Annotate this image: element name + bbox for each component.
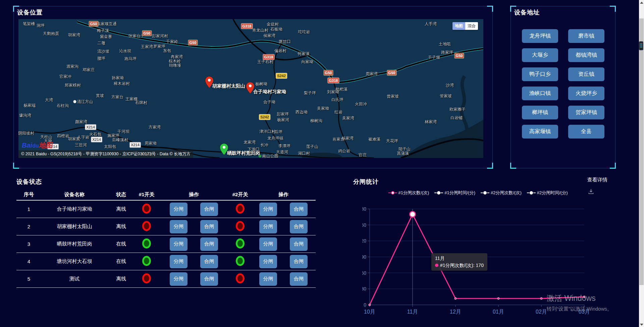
baidu-logo-word: 地图	[39, 142, 52, 149]
map-label: 天花坪	[386, 138, 398, 144]
legend-label: #2分闸次数/(次)	[491, 190, 522, 196]
svg-text:150: 150	[362, 222, 366, 228]
map-label: 白岩铺	[450, 115, 463, 121]
page-scrollbar[interactable]	[639, 0, 644, 327]
map-label: 王家湾	[141, 44, 153, 50]
table-cell: 在线	[108, 241, 135, 247]
open-breaker-button[interactable]: 分闸	[259, 272, 277, 286]
scrollbar-thumb[interactable]	[639, 18, 644, 285]
switch-indicator-cell	[229, 238, 251, 250]
table-cell: 测试	[41, 276, 108, 282]
baidu-paw-icon: du	[32, 143, 39, 149]
map-label: 后坪	[274, 129, 282, 135]
road-badge-s242: S242	[276, 73, 287, 79]
watermark-line1: 激活 Windows	[547, 293, 612, 304]
address-button-贺家坪镇[interactable]: 贺家坪镇	[568, 106, 604, 119]
switch-status-light-green	[236, 238, 245, 249]
address-button-都镇湾镇[interactable]: 都镇湾镇	[568, 48, 604, 62]
operation-cell: 分闸合闸	[251, 255, 316, 268]
open-breaker-button[interactable]: 分闸	[170, 237, 187, 251]
address-button-大堰乡[interactable]: 大堰乡	[522, 48, 558, 62]
map-label: 李潭坪	[278, 143, 290, 149]
close-breaker-button[interactable]: 合闸	[290, 203, 308, 216]
legend-item[interactable]: #2分闸时间/(分)	[527, 190, 568, 196]
close-breaker-button[interactable]: 合闸	[200, 220, 218, 233]
tooltip-value: #1分闸次数/(次): 170	[440, 263, 484, 268]
open-breaker-button[interactable]: 分闸	[259, 237, 277, 251]
table-cell: 塘坊河村大石坝	[41, 258, 108, 265]
table-row: 4塘坊河村大石坝在线分闸合闸分闸合闸	[16, 253, 316, 270]
map-type-map-button[interactable]: 地图	[452, 22, 465, 30]
switch-status-light-green	[142, 238, 151, 249]
address-button-榔坪镇[interactable]: 榔坪镇	[522, 106, 558, 119]
close-breaker-button[interactable]: 合闸	[200, 203, 218, 216]
map-label: 合子坳	[263, 99, 275, 105]
road-badge-x214: X214	[129, 142, 141, 148]
address-button-磨市镇[interactable]: 磨市镇	[568, 29, 604, 43]
close-breaker-button[interactable]: 合闸	[290, 255, 308, 268]
scrollbar-up-arrow[interactable]	[640, 2, 643, 4]
table-row: 2胡家棚村太阳山离线分闸合闸分闸合闸	[16, 218, 316, 235]
open-breaker-button[interactable]: 分闸	[170, 272, 187, 286]
map-label: 沙湾	[446, 83, 454, 88]
close-breaker-button[interactable]: 合闸	[200, 255, 218, 268]
download-image-icon[interactable]	[588, 188, 594, 195]
device-status-table: 序号设备名称状态#1开关操作#2开关操作1合子坳村习家坳离线分闸合闸分闸合闸2胡…	[16, 189, 316, 288]
map-label: 彭家河村	[152, 33, 168, 39]
svg-text:10月: 10月	[364, 309, 375, 315]
switch-indicator-cell	[135, 221, 159, 232]
table-cell: 2	[16, 224, 41, 229]
open-breaker-button[interactable]: 分闸	[259, 203, 277, 216]
operation-cell: 分闸合闸	[251, 203, 316, 216]
legend-item[interactable]: #1分闸次数/(次)	[388, 190, 429, 196]
legend-marker-icon	[527, 191, 536, 195]
table-cell: 离线	[108, 223, 135, 230]
address-button-资丘镇[interactable]: 资丘镇	[568, 67, 604, 81]
view-details-link[interactable]: 查看详情	[587, 177, 607, 183]
map-label: 贯坡	[96, 93, 104, 99]
map-label: 咕噜垭	[169, 63, 181, 68]
device-pin-icon[interactable]: 合子坳村习家坳	[246, 82, 255, 95]
address-button-鸭子口乡[interactable]: 鸭子口乡	[522, 67, 558, 81]
map-label: 洞坪	[37, 23, 45, 29]
map-label: 被难溪	[368, 137, 380, 142]
close-breaker-button[interactable]: 合闸	[200, 237, 218, 251]
device-pin-label: 合子坳村习家坳	[253, 89, 286, 95]
corner-decoration	[610, 6, 616, 12]
open-breaker-button[interactable]: 分闸	[170, 203, 187, 216]
scrollbar-down-arrow[interactable]	[640, 324, 643, 326]
road-badge-g318: G318	[263, 54, 275, 60]
table-row: 1合子坳村习家坳离线分闸合闸分闸合闸	[16, 201, 316, 218]
legend-item[interactable]: #1分闸时间/(分)	[434, 190, 475, 196]
baidu-logo-bai: Bai	[22, 142, 32, 149]
address-button-高家堰镇[interactable]: 高家堰镇	[522, 125, 558, 139]
address-button-渔峡口镇[interactable]: 渔峡口镇	[522, 87, 558, 100]
close-breaker-button[interactable]: 合闸	[200, 272, 218, 286]
map-label: 天鹅抱蛋	[43, 31, 59, 37]
table-header-cell: #2开关	[229, 192, 251, 198]
close-breaker-button[interactable]: 合闸	[290, 220, 308, 233]
address-button-龙舟坪镇[interactable]: 龙舟坪镇	[522, 29, 558, 43]
open-breaker-button[interactable]: 分闸	[259, 220, 277, 233]
table-cell: 在线	[108, 258, 135, 265]
legend-label: #1分闸次数/(次)	[398, 190, 429, 196]
operation-cell: 分闸合闸	[251, 220, 316, 233]
address-button-全县[interactable]: 全县	[568, 125, 604, 139]
address-button-火烧坪乡[interactable]: 火烧坪乡	[568, 87, 604, 100]
close-breaker-button[interactable]: 合闸	[290, 272, 308, 286]
operation-cell: 分闸合闸	[159, 220, 229, 233]
close-breaker-button[interactable]: 合闸	[290, 237, 308, 251]
open-breaker-button[interactable]: 分闸	[259, 255, 277, 268]
legend-item[interactable]: #2分闸次数/(次)	[481, 190, 522, 196]
address-button-grid: 龙舟坪镇磨市镇大堰乡都镇湾镇鸭子口乡资丘镇渔峡口镇火烧坪乡榔坪镇贺家坪镇高家堰镇…	[522, 29, 604, 139]
device-pin-icon[interactable]: 晒鼓坪村荒田岗	[220, 144, 228, 156]
map-label: 火田冲	[355, 101, 367, 107]
map-label: 何家溪	[298, 51, 310, 57]
baidu-map[interactable]: 笔架槽洞坪高家堰互通梅子溪天鹅抱蛋胡家湾紫金寨二墩张家台子彭家河村千家岭流沙坡沁…	[18, 19, 483, 158]
map-type-hybrid-button[interactable]: 混合	[465, 22, 478, 30]
open-breaker-button[interactable]: 分闸	[170, 255, 187, 268]
device-pin-icon[interactable]: 胡家棚村太阳山	[205, 76, 214, 89]
open-breaker-button[interactable]: 分闸	[170, 220, 187, 233]
map-type-control[interactable]: 地图 混合	[452, 22, 478, 30]
map-label: 杨树坳	[255, 81, 267, 87]
